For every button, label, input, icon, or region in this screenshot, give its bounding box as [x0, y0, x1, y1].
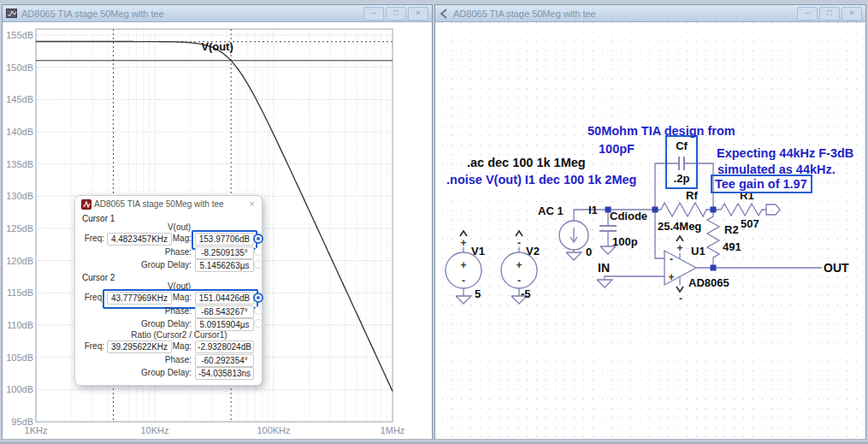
y-axis-tick-label: 115dB — [7, 287, 33, 298]
cf-name: Cf — [676, 139, 688, 152]
schematic: + - + V1 5 + - - V2 -5 — [435, 22, 867, 440]
waveform-window-icon — [6, 8, 17, 19]
cdiode-name: Cdiode — [610, 210, 647, 222]
phase-label: Phase: — [123, 306, 192, 316]
group-delay-label: Group Delay: — [123, 319, 192, 329]
r1-value: 507 — [741, 217, 759, 230]
ratio-header: Ratio (Cursor2 / Cursor1) — [107, 330, 251, 340]
note-expect-line2: simulated as 44kHz. — [717, 163, 836, 176]
cursor2-mag-radio[interactable] — [253, 293, 263, 303]
u1-value: AD8065 — [688, 276, 729, 289]
cursor1-group-delay-radio[interactable] — [254, 260, 263, 269]
freq-label: Freq: — [80, 234, 104, 243]
group-delay-label: Group Delay: — [123, 368, 192, 377]
v1-value: 5 — [475, 287, 481, 300]
close-button[interactable]: × — [408, 7, 428, 21]
close-button[interactable]: × — [841, 7, 862, 21]
svg-text:+: + — [516, 259, 522, 271]
r1-name: R1 — [740, 189, 754, 202]
i1-ac-value: AC 1 — [538, 204, 564, 217]
y-axis-tick-label: 135dB — [6, 159, 33, 169]
vminus-net-flag: - — [517, 237, 521, 249]
resistor-r2[interactable]: R2 491 — [707, 210, 741, 268]
y-axis-tick-label: 100dB — [6, 384, 33, 394]
x-axis-tick-label: 1KHz — [25, 425, 48, 435]
group-delay-label: Group Delay: — [123, 260, 192, 269]
plot-area: 155dB150dB145dB140dB135dB130dB125dB120dB… — [3, 22, 432, 440]
minimize-button[interactable]: – — [363, 7, 384, 21]
plot-title: V(out) — [3, 40, 432, 53]
plot-pane: AD8065 TIA stage 50Meg with tee – □ × 15… — [2, 4, 433, 439]
out-net-label[interactable]: OUT — [824, 261, 849, 275]
window-bottom-frame — [0, 439, 868, 444]
cursor1-trace: V(out) — [107, 222, 251, 232]
y-axis-tick-label: 150dB — [6, 62, 33, 73]
noise-directive[interactable]: .noise V(out) I1 dec 100 1k 2Meg — [446, 173, 636, 186]
plot-pane-titlebar[interactable]: AD8065 TIA stage 50Meg with tee – □ × — [3, 5, 432, 22]
node-junction — [711, 265, 717, 271]
x-axis-tick-label: 10KHz — [140, 425, 168, 435]
cursor2-mag-field[interactable]: 151.04426dB — [195, 292, 254, 305]
note-tee-gain: Tee gain of 1.97 — [715, 177, 807, 191]
cursor2-group-delay-field[interactable]: 5.0915904µs — [195, 318, 254, 331]
schematic-canvas[interactable]: + - + V1 5 + - - V2 -5 — [435, 22, 865, 440]
cursor1-mag-radio[interactable] — [253, 234, 263, 244]
resistor-rf[interactable]: Rf 25.4Meg — [655, 189, 713, 233]
restore-button[interactable]: □ — [386, 7, 406, 21]
voltage-source-v2[interactable]: + - - V2 -5 — [501, 231, 540, 304]
phase-label: Phase: — [123, 355, 192, 364]
cursor1-phase-radio[interactable] — [254, 247, 263, 256]
ratio-phase-field[interactable]: -60.292354° — [195, 354, 254, 367]
cursor1-mag-field[interactable]: 153.97706dB — [195, 233, 254, 246]
v1-name: V1 — [471, 245, 485, 258]
capacitor-cf[interactable]: Cf .2p — [666, 136, 697, 188]
schematic-pane-titlebar[interactable]: AD8065 TIA stage 50Meg with tee – □ × — [435, 5, 865, 22]
plot-pane-title: AD8065 TIA stage 50Meg with tee — [21, 9, 164, 19]
mag-label: Mag: — [123, 234, 192, 243]
cursor1-phase-field[interactable]: -8.2509135° — [195, 246, 254, 259]
net-in[interactable]: IN — [597, 261, 612, 287]
y-axis-tick-label: 110dB — [7, 320, 33, 330]
opamp-u1[interactable]: - + + - U1 AD8065 — [664, 236, 729, 305]
ratio-mag-field[interactable]: -2.9328024dB — [195, 340, 254, 353]
r2-value: 491 — [723, 240, 741, 253]
ltspice-logo-icon — [81, 199, 92, 210]
mag-label: Mag: — [123, 341, 192, 351]
y-axis-tick-label: 130dB — [6, 191, 33, 201]
rf-value: 25.4Meg — [658, 220, 701, 233]
cursor2-group-delay-radio[interactable] — [254, 319, 263, 328]
resistor-r1[interactable]: R1 507 — [713, 189, 780, 230]
minimize-button[interactable]: – — [797, 7, 818, 21]
capacitor-cdiode[interactable]: Cdiode 100p — [599, 210, 647, 254]
y-axis-tick-label: 105dB — [6, 352, 33, 363]
voltage-source-v1[interactable]: + - + V1 5 — [446, 231, 485, 304]
node-junction — [711, 207, 717, 213]
ltspice-window: AD8065 TIA stage 50Meg with tee – □ × 15… — [0, 0, 868, 444]
node-junction — [605, 207, 611, 213]
current-source-i1[interactable]: AC 1 I1 0 — [538, 204, 598, 260]
x-axis-tick-label: 1MHz — [381, 425, 405, 435]
cdiode-value: 100p — [612, 235, 638, 248]
y-axis-tick-label: 120dB — [6, 256, 33, 266]
cursor2-phase-radio[interactable] — [254, 306, 263, 315]
ratio-group-delay-field[interactable]: -54.035813ns — [195, 367, 254, 380]
svg-text:-: - — [517, 275, 521, 287]
cursor1-group-delay-field[interactable]: 5.1456263µs — [195, 259, 254, 272]
cursor2-phase-field[interactable]: -68.543267° — [195, 305, 254, 318]
note-design-line1: 50Mohm TIA design from — [588, 124, 735, 138]
vplus-net-flag: + — [460, 237, 466, 249]
u1-name: U1 — [691, 245, 706, 258]
restore-button[interactable]: □ — [819, 7, 840, 21]
opamp-vminus-flag: - — [679, 293, 682, 305]
svg-text:-: - — [670, 253, 673, 265]
ac-directive[interactable]: .ac dec 100 1k 1Meg — [467, 156, 586, 169]
i1-name: I1 — [588, 204, 598, 216]
cursor2-trace: V(out) — [107, 281, 251, 291]
v2-value: -5 — [521, 287, 531, 300]
phase-label: Phase: — [123, 247, 192, 257]
dialog-close-icon[interactable]: × — [250, 198, 255, 209]
cursor-dialog[interactable]: AD8065 TIA stage 50Meg with tee × Cursor… — [74, 195, 263, 386]
x-axis-tick-label: 100KHz — [257, 425, 290, 435]
schematic-pane: AD8065 TIA stage 50Meg with tee – □ × — [434, 4, 866, 439]
y-axis-tick-label: 145dB — [6, 94, 33, 104]
